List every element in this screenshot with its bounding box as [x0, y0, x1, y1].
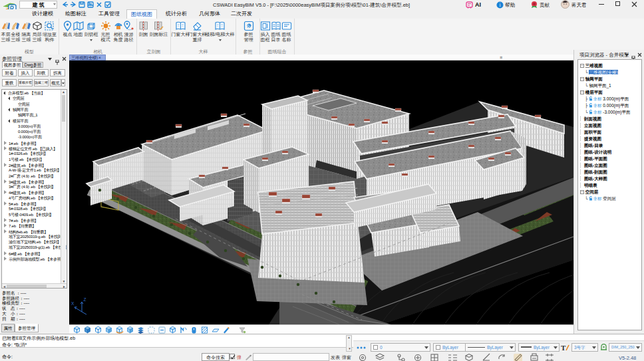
- svg-text:i: i: [499, 2, 500, 8]
- svg-text:Z: Z: [84, 297, 86, 302]
- svg-text:T: T: [561, 344, 566, 352]
- svg-text:X: X: [71, 301, 75, 306]
